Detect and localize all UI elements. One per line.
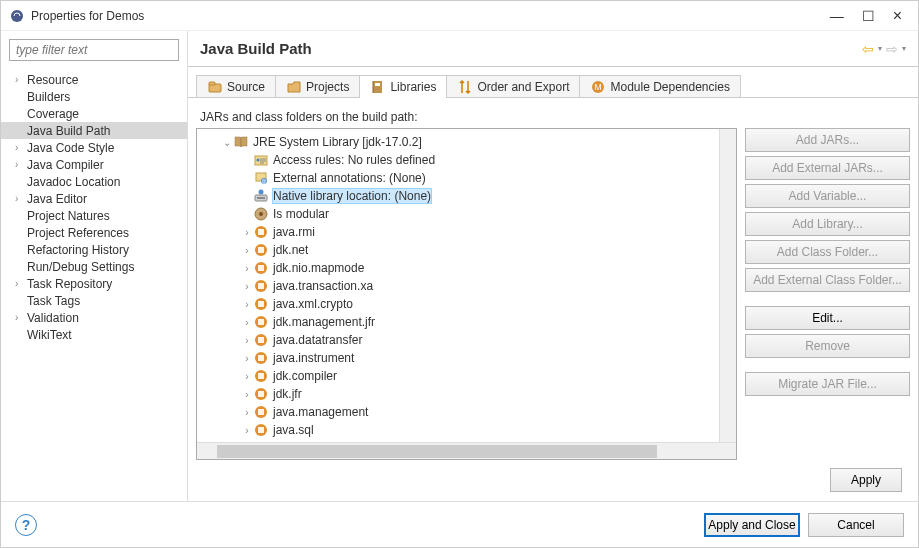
remove-button[interactable]: Remove — [745, 334, 910, 358]
help-button[interactable]: ? — [15, 514, 37, 536]
package-icon — [253, 260, 269, 276]
nav-item-coverage[interactable]: Coverage — [1, 105, 187, 122]
svg-point-7 — [257, 159, 260, 162]
svg-rect-12 — [257, 197, 265, 199]
chevron-icon[interactable]: › — [241, 227, 253, 238]
book-icon — [370, 79, 386, 95]
chevron-icon[interactable]: › — [241, 389, 253, 400]
nav-item-project-natures[interactable]: Project Natures — [1, 207, 187, 224]
add-external-class-folder-button[interactable]: Add External Class Folder... — [745, 268, 910, 292]
tab-order-and-export[interactable]: Order and Export — [446, 75, 580, 98]
tab-label: Libraries — [390, 80, 436, 94]
apply-and-close-button[interactable]: Apply and Close — [704, 513, 800, 537]
lib-row[interactable]: ›java.datatransfer — [197, 331, 719, 349]
nav-item-task-repository[interactable]: ›Task Repository — [1, 275, 187, 292]
nav-item-resource[interactable]: ›Resource — [1, 71, 187, 88]
chevron-icon[interactable]: › — [241, 353, 253, 364]
package-icon — [253, 368, 269, 384]
chevron-icon[interactable]: › — [241, 281, 253, 292]
lib-row[interactable]: ›java.xml.crypto — [197, 295, 719, 313]
svg-rect-21 — [258, 265, 264, 271]
lib-row[interactable]: Native library location: (None) — [197, 187, 719, 205]
chevron-icon[interactable]: › — [241, 335, 253, 346]
nav-item-validation[interactable]: ›Validation — [1, 309, 187, 326]
vertical-scrollbar[interactable] — [719, 129, 736, 442]
nav-item-task-tags[interactable]: Task Tags — [1, 292, 187, 309]
cancel-button[interactable]: Cancel — [808, 513, 904, 537]
nav-item-java-code-style[interactable]: ›Java Code Style — [1, 139, 187, 156]
nav-item-run-debug-settings[interactable]: Run/Debug Settings — [1, 258, 187, 275]
page-title: Java Build Path — [200, 40, 862, 57]
lib-row[interactable]: ›jdk.jfr — [197, 385, 719, 403]
nav-item-project-references[interactable]: Project References — [1, 224, 187, 241]
tab-projects[interactable]: Projects — [275, 75, 360, 98]
lib-label: jdk.jfr — [273, 387, 302, 401]
chevron-icon[interactable]: › — [241, 407, 253, 418]
lib-row[interactable]: Access rules: No rules defined — [197, 151, 719, 169]
nav-item-wikitext[interactable]: WikiText — [1, 326, 187, 343]
chevron-icon[interactable]: › — [241, 317, 253, 328]
nav-item-java-editor[interactable]: ›Java Editor — [1, 190, 187, 207]
lib-label: jdk.net — [273, 243, 308, 257]
nav-item-java-compiler[interactable]: ›Java Compiler — [1, 156, 187, 173]
folder-open-icon — [286, 79, 302, 95]
horizontal-scrollbar[interactable] — [197, 442, 736, 459]
nav-item-label: Project References — [27, 226, 129, 240]
lib-row[interactable]: ›jdk.nio.mapmode — [197, 259, 719, 277]
lib-row[interactable]: ›java.instrument — [197, 349, 719, 367]
chevron-right-icon: › — [15, 142, 27, 153]
apply-button[interactable]: Apply — [830, 468, 902, 492]
nav-item-label: Java Compiler — [27, 158, 104, 172]
lib-label: java.sql — [273, 423, 314, 437]
add-class-folder-button[interactable]: Add Class Folder... — [745, 240, 910, 264]
chevron-icon[interactable]: ⌄ — [221, 137, 233, 148]
chevron-icon[interactable]: › — [241, 299, 253, 310]
forward-button[interactable]: ⇨ — [886, 41, 898, 57]
chevron-icon[interactable]: › — [241, 371, 253, 382]
add-library-button[interactable]: Add Library... — [745, 212, 910, 236]
lib-row[interactable]: ›jdk.management.jfr — [197, 313, 719, 331]
side-buttons: Add JARs... Add External JARs... Add Var… — [745, 128, 910, 460]
nav-item-label: Java Editor — [27, 192, 87, 206]
package-icon — [253, 332, 269, 348]
add-variable-button[interactable]: Add Variable... — [745, 184, 910, 208]
native-library-icon — [253, 188, 269, 204]
nav-item-label: Java Code Style — [27, 141, 114, 155]
minimize-button[interactable]: — — [830, 8, 844, 24]
lib-row[interactable]: ›java.management — [197, 403, 719, 421]
tab-source[interactable]: Source — [196, 75, 276, 98]
lib-row[interactable]: ›jdk.compiler — [197, 367, 719, 385]
filter-input[interactable] — [9, 39, 179, 61]
package-icon — [253, 314, 269, 330]
modular-icon — [253, 206, 269, 222]
lib-row[interactable]: ⌄JRE System Library [jdk-17.0.2] — [197, 133, 719, 151]
add-external-jars-button[interactable]: Add External JARs... — [745, 156, 910, 180]
tab-module-dependencies[interactable]: MModule Dependencies — [579, 75, 740, 98]
lib-row[interactable]: ›java.transaction.xa — [197, 277, 719, 295]
lib-row[interactable]: ›java.sql — [197, 421, 719, 439]
back-dropdown[interactable]: ▾ — [878, 44, 882, 53]
tab-libraries[interactable]: Libraries — [359, 75, 447, 98]
lib-row[interactable]: ›jdk.net — [197, 241, 719, 259]
add-jars-button[interactable]: Add JARs... — [745, 128, 910, 152]
close-button[interactable]: × — [893, 7, 902, 25]
nav-item-javadoc-location[interactable]: Javadoc Location — [1, 173, 187, 190]
migrate-jar-button[interactable]: Migrate JAR File... — [745, 372, 910, 396]
back-button[interactable]: ⇦ — [862, 41, 874, 57]
chevron-icon[interactable]: › — [241, 425, 253, 436]
lib-row[interactable]: ›java.rmi — [197, 223, 719, 241]
nav-item-builders[interactable]: Builders — [1, 88, 187, 105]
lib-label: java.instrument — [273, 351, 354, 365]
package-icon — [253, 350, 269, 366]
nav-item-refactoring-history[interactable]: Refactoring History — [1, 241, 187, 258]
library-tree[interactable]: ⌄JRE System Library [jdk-17.0.2]Access r… — [196, 128, 737, 460]
maximize-button[interactable]: ☐ — [862, 8, 875, 24]
chevron-icon[interactable]: › — [241, 263, 253, 274]
chevron-icon[interactable]: › — [241, 245, 253, 256]
lib-row[interactable]: @External annotations: (None) — [197, 169, 719, 187]
edit-button[interactable]: Edit... — [745, 306, 910, 330]
forward-dropdown[interactable]: ▾ — [902, 44, 906, 53]
nav-item-java-build-path[interactable]: Java Build Path — [1, 122, 187, 139]
svg-rect-37 — [258, 409, 264, 415]
lib-row[interactable]: Is modular — [197, 205, 719, 223]
